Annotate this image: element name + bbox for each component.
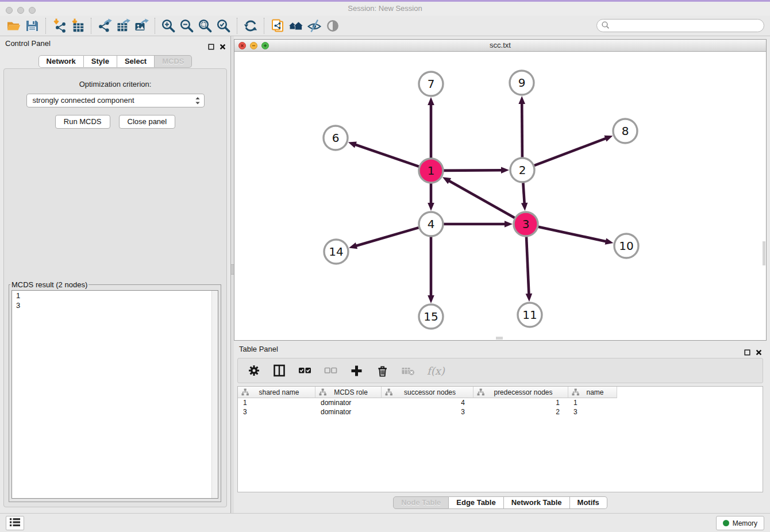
- zoom-out-button[interactable]: [178, 17, 196, 34]
- tab-mcds[interactable]: MCDS: [155, 55, 192, 68]
- edge-3-1[interactable]: [448, 180, 515, 218]
- zoom-selected-button[interactable]: [214, 17, 233, 34]
- column-header-successor-nodes[interactable]: successor nodes: [382, 387, 473, 398]
- import-table-button[interactable]: [68, 17, 87, 34]
- clone-network-button[interactable]: [268, 17, 287, 34]
- edge-2-8[interactable]: [534, 138, 607, 165]
- vertical-scrollbar-thumb[interactable]: [763, 241, 765, 265]
- network-window-titlebar[interactable]: scc.txt: [234, 40, 766, 52]
- search-icon: [601, 21, 610, 31]
- deselect-all-button[interactable]: [324, 364, 338, 377]
- tab-style[interactable]: Style: [84, 55, 117, 68]
- minimize-window-icon[interactable]: [17, 7, 24, 14]
- column-label: name: [579, 388, 617, 396]
- close-view-icon[interactable]: [238, 42, 246, 49]
- search-box[interactable]: [596, 19, 764, 32]
- mcds-result-group: MCDS result (2 nodes) 13: [9, 280, 221, 502]
- edge-1-2[interactable]: [444, 170, 503, 171]
- table-tabs-bar: Node TableEdge TableNetwork TableMotifs: [234, 492, 767, 512]
- column-header-name[interactable]: name: [568, 387, 617, 398]
- node-label-6: 6: [332, 131, 340, 145]
- overview-houses-button[interactable]: [287, 17, 305, 34]
- minimize-view-icon[interactable]: [250, 42, 257, 49]
- memory-status-icon: [723, 520, 729, 526]
- zoom-fit-button[interactable]: [196, 17, 214, 34]
- tab-node-table[interactable]: Node Table: [393, 496, 449, 509]
- run-mcds-button[interactable]: Run MCDS: [55, 115, 110, 129]
- toolbar-separator: [155, 18, 155, 34]
- search-input[interactable]: [610, 21, 764, 31]
- import-table-icon: [70, 18, 85, 33]
- memory-button[interactable]: Memory: [716, 516, 764, 530]
- edge-arrowhead: [604, 136, 613, 142]
- tree-column-icon: [385, 388, 392, 396]
- edge-arrowhead: [518, 96, 525, 104]
- control-panel-title: Control Panel: [5, 39, 51, 48]
- zoom-in-button[interactable]: [159, 17, 178, 34]
- criterion-dropdown[interactable]: strongly connected component: [26, 94, 205, 107]
- close-panel-button[interactable]: Close panel: [119, 115, 176, 129]
- show-graphics-eye-button[interactable]: [324, 17, 342, 34]
- export-table-button[interactable]: [114, 17, 132, 34]
- delete-row-button[interactable]: [375, 364, 390, 378]
- export-image-button[interactable]: [132, 17, 151, 34]
- column-label: MCDS role: [326, 388, 381, 396]
- delete-row-icon: [375, 364, 390, 378]
- tab-select[interactable]: Select: [117, 55, 155, 68]
- tab-network-table[interactable]: Network Table: [504, 496, 570, 509]
- select-all-button[interactable]: [298, 364, 312, 377]
- show-column-button[interactable]: [272, 364, 286, 377]
- save-session-icon: [25, 18, 40, 33]
- table-row[interactable]: 3dominator323: [238, 407, 763, 417]
- table-settings-gear-button[interactable]: [247, 364, 261, 377]
- edge-4-14[interactable]: [355, 228, 419, 246]
- edge-2-9[interactable]: [522, 102, 522, 157]
- import-network-button[interactable]: [50, 17, 68, 34]
- mcds-result-item[interactable]: 1: [12, 291, 218, 300]
- add-row-button[interactable]: [349, 364, 364, 378]
- open-session-button[interactable]: [5, 17, 23, 34]
- close-window-icon[interactable]: [6, 7, 13, 14]
- export-network-button[interactable]: [95, 17, 114, 34]
- tab-network[interactable]: Network: [38, 55, 84, 68]
- mcds-result-item[interactable]: 3: [12, 300, 218, 310]
- mcds-result-list[interactable]: 13: [11, 290, 218, 499]
- dropdown-chevrons-icon: [195, 97, 201, 109]
- save-session-button[interactable]: [23, 17, 41, 34]
- table-row[interactable]: 1dominator411: [238, 398, 763, 407]
- refresh-layout-button[interactable]: [241, 17, 260, 34]
- show-graphics-eye-icon: [325, 18, 340, 33]
- edge-2-3[interactable]: [523, 183, 524, 205]
- task-history-button[interactable]: [6, 516, 24, 530]
- column-header-shared-name[interactable]: shared name: [238, 387, 315, 398]
- network-window-title: scc.txt: [234, 40, 766, 51]
- show-column-icon: [272, 364, 286, 377]
- column-header-MCDS-role[interactable]: MCDS role: [315, 387, 382, 398]
- table-cell: 3: [382, 407, 473, 417]
- tab-edge-table[interactable]: Edge Table: [449, 496, 503, 509]
- edge-arrowhead: [605, 238, 614, 245]
- table-cell: 2: [473, 407, 568, 417]
- column-header-predecessor-nodes[interactable]: predecessor nodes: [473, 387, 568, 398]
- network-canvas[interactable]: 1234678910111415: [234, 52, 766, 340]
- edge-1-6[interactable]: [354, 144, 419, 167]
- table-cell: 1: [238, 398, 315, 407]
- zoom-window-icon[interactable]: [29, 7, 36, 14]
- tab-motifs[interactable]: Motifs: [570, 496, 607, 509]
- delete-column-icon: [401, 364, 415, 377]
- edge-3-11[interactable]: [526, 237, 529, 295]
- table-cell: dominator: [315, 398, 382, 407]
- hide-graphics-eye-button[interactable]: [305, 17, 324, 34]
- table-cell: dominator: [315, 407, 382, 417]
- zoom-view-icon[interactable]: [261, 42, 269, 49]
- close-panel-icon[interactable]: [220, 40, 226, 55]
- horizontal-scrollbar-thumb[interactable]: [496, 337, 503, 340]
- table-toolbar: f(x): [237, 358, 763, 383]
- float-panel-icon[interactable]: [208, 40, 214, 55]
- tree-column-icon: [319, 388, 326, 396]
- memory-label: Memory: [733, 519, 757, 527]
- edge-3-10[interactable]: [538, 227, 607, 242]
- node-label-15: 15: [424, 310, 438, 323]
- zoom-fit-icon: [198, 18, 213, 33]
- result-scrollbar[interactable]: [211, 291, 218, 498]
